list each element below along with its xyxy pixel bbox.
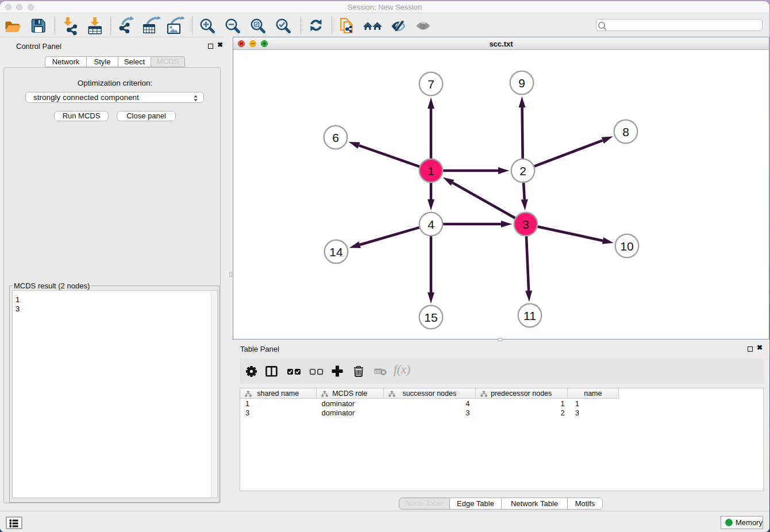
svg-text:11: 11: [523, 309, 536, 322]
svg-text:15: 15: [424, 311, 437, 324]
svg-text:3: 3: [522, 218, 529, 231]
svg-text:1: 1: [428, 164, 434, 178]
svg-text:2: 2: [519, 164, 526, 178]
svg-text:10: 10: [620, 240, 633, 253]
svg-text:4: 4: [428, 218, 434, 231]
svg-text:7: 7: [428, 78, 434, 91]
svg-text:14: 14: [329, 245, 343, 259]
svg-text:9: 9: [518, 76, 525, 90]
svg-text:6: 6: [332, 131, 339, 144]
svg-text:8: 8: [622, 125, 629, 138]
